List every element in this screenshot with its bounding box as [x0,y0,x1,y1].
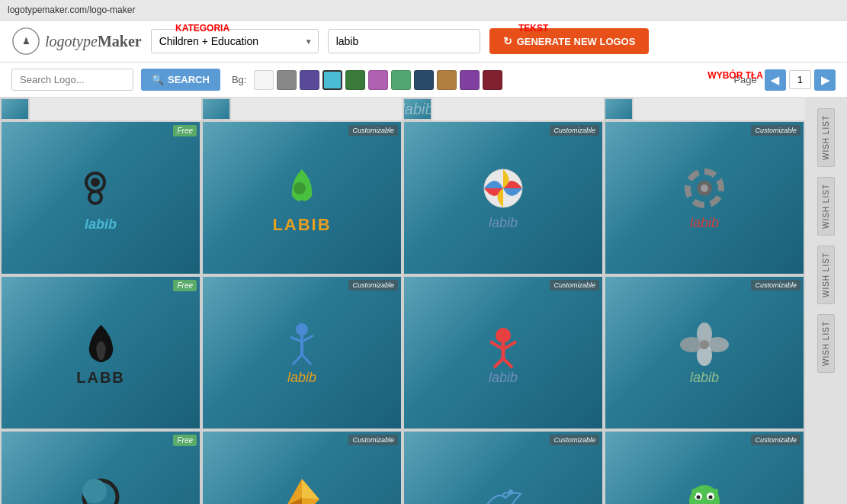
logo-svg-2 [275,162,329,215]
logo-cell-5[interactable]: Free LABB [0,275,201,430]
badge-custom-3: Customizable [550,125,599,136]
bg-swatch-purple[interactable] [300,70,319,90]
logo-cell-8[interactable]: Customizable labib [604,275,805,430]
logo-icon: ♟ [11,27,40,56]
category-select[interactable]: Children + Education [151,29,319,53]
sidebar: WISH LIST WISH LIST WISH LIST WISH LIST [805,98,847,504]
toolbar: 🔍 SEARCH Bg: WYBÓR TŁA Page ◀ 1 ▶ [0,63,847,98]
logo-cell-11[interactable]: Customizable labib [403,430,604,504]
refresh-icon: ↻ [503,35,512,47]
bg-swatch-green-dark[interactable] [345,70,365,90]
logo-cell-12[interactable]: Customizable labib [604,430,805,504]
logo-cell-9[interactable]: Free LABIB [0,430,201,504]
svg-marker-30 [302,479,319,499]
logo-icon-container-4: labib [605,122,804,274]
logo-icon-container-1: labib [2,122,200,274]
browser-url-bar: logotypemaker.com/logo-maker [0,0,847,21]
logo-cell-top2[interactable] [201,98,231,120]
logo-wordmark: logotypeMaker [45,33,142,50]
logo-grid: labib Free labib Customizable [0,98,805,504]
bg-swatch-green[interactable] [391,70,411,90]
svg-line-13 [302,335,313,342]
wish-list-button-1[interactable]: WISH LIST [817,108,835,167]
logo-cell-4[interactable]: Customizable labib [604,120,805,275]
svg-line-12 [290,337,302,342]
logo-name-6: labib [287,370,316,386]
bg-swatch-purple2[interactable] [460,70,480,90]
bg-swatch-navy[interactable] [414,70,434,90]
logo-cell-6[interactable]: Customizable labib [201,275,403,430]
logo-cell-top3[interactable]: labib [403,98,432,120]
logo-svg-7 [479,320,528,370]
badge-custom-7: Customizable [550,280,599,291]
logo-svg-11 [479,475,528,504]
badge-custom-4: Customizable [751,125,800,136]
logo-icon-container-5: LABB [2,277,200,429]
logo-icon-container-7: labib [404,277,602,429]
logo-cell-2[interactable]: Customizable LABIB [201,120,403,275]
badge-custom-6: Customizable [348,280,398,291]
wish-list-button-3[interactable]: WISH LIST [817,246,835,304]
bg-swatch-violet[interactable] [368,70,388,90]
logo-name-1: labib [85,217,117,233]
svg-point-26 [700,340,709,349]
svg-point-4 [89,191,101,204]
logo-cell-1[interactable]: Free labib [0,120,201,275]
logo-cell-top1[interactable] [0,98,30,120]
page-number: 1 [789,70,811,89]
badge-custom-10: Customizable [348,435,398,445]
header: ♟ logotypeMaker Children + Education lab… [0,21,847,63]
bg-swatch-white[interactable] [254,70,274,90]
svg-point-10 [296,323,308,335]
badge-custom-8: Customizable [751,280,800,291]
logo-name-4: labib [690,215,719,231]
svg-point-25 [680,337,703,352]
logo-svg-6 [279,320,325,370]
logo-name-8: labib [690,370,719,386]
svg-point-36 [696,495,700,499]
site-logo[interactable]: ♟ logotypeMaker [11,27,142,56]
logo-icon-container-6: labib [203,277,401,429]
svg-point-16 [496,328,511,343]
logo-icon-container-8: labib [605,277,804,429]
svg-line-20 [494,358,503,368]
logo-svg-8 [678,320,731,370]
bg-swatch-gold[interactable] [437,70,457,90]
logo-icon-container-9: LABIB [2,432,200,504]
logo-icon-container-2: LABIB [203,122,401,274]
next-page-button[interactable]: ▶ [814,69,836,91]
badge-free-9: Free [173,435,197,446]
svg-text:♟: ♟ [22,36,30,47]
logo-cell-10[interactable]: Customizable labib [201,430,403,504]
bg-color-swatches [254,70,502,90]
logo-svg-12 [680,475,730,504]
prev-page-button[interactable]: ◀ [765,69,786,91]
svg-point-32 [509,490,513,494]
category-select-wrapper[interactable]: Children + Education [151,29,319,53]
svg-line-21 [503,358,512,368]
logo-cell-7[interactable]: Customizable labib [403,275,604,430]
wish-list-button-4[interactable]: WISH LIST [817,314,835,373]
badge-custom-12: Customizable [751,435,800,445]
logo-icon-container-3: labib [404,122,602,274]
generate-button[interactable]: ↻ GENERATE NEW LOGOS [489,28,650,54]
svg-rect-39 [714,489,718,496]
svg-rect-38 [691,489,696,496]
bg-swatch-darkred[interactable] [483,70,502,90]
wish-list-button-2[interactable]: WISH LIST [817,177,835,236]
search-input[interactable] [11,69,133,91]
logo-name-5: LABB [76,369,125,387]
search-button[interactable]: 🔍 SEARCH [141,69,220,91]
logo-svg-5 [76,319,126,369]
logo-cell-3[interactable]: Customizable labib [403,120,604,275]
bg-swatch-cyan[interactable] [322,70,342,90]
logo-cell-top4[interactable] [604,98,634,120]
logo-text-input[interactable]: labib [328,29,480,53]
svg-point-28 [82,479,107,503]
bg-swatch-gray[interactable] [277,70,297,90]
badge-custom-11: Customizable [550,435,599,445]
logo-svg-10 [278,475,327,504]
svg-point-9 [701,185,708,192]
badge-free-5: Free [173,280,197,291]
logo-name-7: labib [489,370,518,386]
